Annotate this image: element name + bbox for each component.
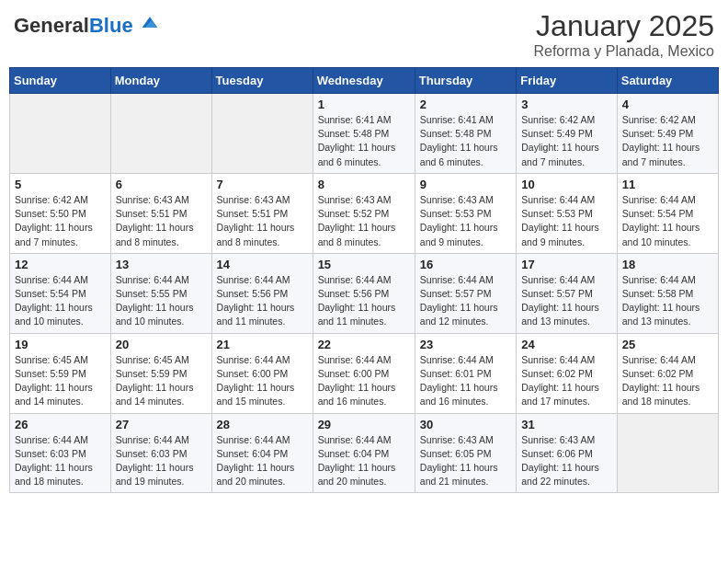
day-number: 30 (420, 418, 511, 431)
day-number: 24 (521, 338, 612, 351)
day-number: 10 (521, 178, 612, 191)
calendar-cell: 26Sunrise: 6:44 AMSunset: 6:03 PMDayligh… (10, 413, 111, 493)
day-info: Sunrise: 6:42 AMSunset: 5:50 PMDaylight:… (15, 193, 106, 249)
day-info: Sunrise: 6:44 AMSunset: 6:04 PMDaylight:… (217, 433, 308, 489)
day-number: 8 (318, 178, 410, 191)
logo-icon (141, 14, 159, 32)
day-info: Sunrise: 6:45 AMSunset: 5:59 PMDaylight:… (15, 353, 106, 409)
day-info: Sunrise: 6:41 AMSunset: 5:48 PMDaylight:… (318, 113, 410, 169)
day-info: Sunrise: 6:42 AMSunset: 5:49 PMDaylight:… (521, 113, 612, 169)
day-info: Sunrise: 6:43 AMSunset: 5:53 PMDaylight:… (420, 193, 511, 249)
day-info: Sunrise: 6:43 AMSunset: 5:51 PMDaylight:… (116, 193, 207, 249)
day-number: 21 (217, 338, 308, 351)
weekday-header-tuesday: Tuesday (211, 68, 313, 94)
weekday-header-thursday: Thursday (415, 68, 516, 94)
calendar-cell: 31Sunrise: 6:43 AMSunset: 6:06 PMDayligh… (517, 413, 618, 493)
day-number: 12 (15, 258, 106, 271)
calendar-cell: 12Sunrise: 6:44 AMSunset: 5:54 PMDayligh… (10, 253, 111, 333)
weekday-header-row: SundayMondayTuesdayWednesdayThursdayFrid… (10, 68, 719, 94)
day-info: Sunrise: 6:43 AMSunset: 6:06 PMDaylight:… (521, 433, 612, 489)
day-number: 1 (318, 98, 410, 111)
calendar-cell: 18Sunrise: 6:44 AMSunset: 5:58 PMDayligh… (617, 253, 718, 333)
day-info: Sunrise: 6:43 AMSunset: 5:52 PMDaylight:… (318, 193, 410, 249)
day-number: 27 (116, 418, 207, 431)
calendar-cell: 2Sunrise: 6:41 AMSunset: 5:48 PMDaylight… (415, 94, 516, 174)
calendar-cell: 16Sunrise: 6:44 AMSunset: 5:57 PMDayligh… (415, 253, 516, 333)
calendar-cell (10, 94, 111, 174)
calendar-week-4: 19Sunrise: 6:45 AMSunset: 5:59 PMDayligh… (10, 333, 719, 413)
page-header: GeneralBlue January 2025 Reforma y Plana… (9, 9, 719, 60)
calendar-week-1: 1Sunrise: 6:41 AMSunset: 5:48 PMDaylight… (10, 94, 719, 174)
weekday-header-monday: Monday (110, 68, 211, 94)
weekday-header-sunday: Sunday (10, 68, 111, 94)
day-number: 6 (116, 178, 207, 191)
calendar-cell: 8Sunrise: 6:43 AMSunset: 5:52 PMDaylight… (313, 173, 415, 253)
day-number: 14 (217, 258, 308, 271)
calendar-cell: 25Sunrise: 6:44 AMSunset: 6:02 PMDayligh… (617, 333, 718, 413)
day-info: Sunrise: 6:45 AMSunset: 5:59 PMDaylight:… (116, 353, 207, 409)
day-number: 20 (116, 338, 207, 351)
day-info: Sunrise: 6:44 AMSunset: 6:00 PMDaylight:… (217, 353, 308, 409)
calendar-cell: 13Sunrise: 6:44 AMSunset: 5:55 PMDayligh… (110, 253, 211, 333)
day-number: 5 (15, 178, 106, 191)
day-number: 4 (622, 98, 713, 111)
day-info: Sunrise: 6:44 AMSunset: 5:57 PMDaylight:… (521, 273, 612, 329)
day-number: 23 (420, 338, 511, 351)
weekday-header-wednesday: Wednesday (313, 68, 415, 94)
calendar-cell: 6Sunrise: 6:43 AMSunset: 5:51 PMDaylight… (110, 173, 211, 253)
calendar-header: SundayMondayTuesdayWednesdayThursdayFrid… (10, 68, 719, 94)
day-number: 29 (318, 418, 410, 431)
day-number: 3 (521, 98, 612, 111)
calendar-week-5: 26Sunrise: 6:44 AMSunset: 6:03 PMDayligh… (10, 413, 719, 493)
day-number: 2 (420, 98, 511, 111)
calendar-cell: 5Sunrise: 6:42 AMSunset: 5:50 PMDaylight… (10, 173, 111, 253)
day-info: Sunrise: 6:43 AMSunset: 5:51 PMDaylight:… (217, 193, 308, 249)
day-info: Sunrise: 6:44 AMSunset: 5:53 PMDaylight:… (521, 193, 612, 249)
calendar-cell: 10Sunrise: 6:44 AMSunset: 5:53 PMDayligh… (517, 173, 618, 253)
day-number: 11 (622, 178, 713, 191)
calendar-body: 1Sunrise: 6:41 AMSunset: 5:48 PMDaylight… (10, 94, 719, 493)
calendar-cell (110, 94, 211, 174)
day-info: Sunrise: 6:44 AMSunset: 6:02 PMDaylight:… (622, 353, 713, 409)
day-info: Sunrise: 6:44 AMSunset: 5:56 PMDaylight:… (318, 273, 410, 329)
day-info: Sunrise: 6:42 AMSunset: 5:49 PMDaylight:… (622, 113, 713, 169)
day-info: Sunrise: 6:44 AMSunset: 5:56 PMDaylight:… (217, 273, 308, 329)
day-number: 25 (622, 338, 713, 351)
calendar-cell: 28Sunrise: 6:44 AMSunset: 6:04 PMDayligh… (211, 413, 313, 493)
day-number: 13 (116, 258, 207, 271)
day-number: 28 (217, 418, 308, 431)
month-title: January 2025 (533, 9, 714, 43)
calendar-cell: 20Sunrise: 6:45 AMSunset: 5:59 PMDayligh… (110, 333, 211, 413)
calendar-cell: 29Sunrise: 6:44 AMSunset: 6:04 PMDayligh… (313, 413, 415, 493)
calendar-cell: 23Sunrise: 6:44 AMSunset: 6:01 PMDayligh… (415, 333, 516, 413)
calendar-cell: 27Sunrise: 6:44 AMSunset: 6:03 PMDayligh… (110, 413, 211, 493)
day-number: 26 (15, 418, 106, 431)
day-number: 18 (622, 258, 713, 271)
logo-blue-text: Blue (89, 14, 133, 37)
calendar-cell: 19Sunrise: 6:45 AMSunset: 5:59 PMDayligh… (10, 333, 111, 413)
calendar-cell: 7Sunrise: 6:43 AMSunset: 5:51 PMDaylight… (211, 173, 313, 253)
day-info: Sunrise: 6:44 AMSunset: 6:04 PMDaylight:… (318, 433, 410, 489)
calendar-cell (211, 94, 313, 174)
logo: GeneralBlue (14, 14, 159, 36)
calendar-cell: 22Sunrise: 6:44 AMSunset: 6:00 PMDayligh… (313, 333, 415, 413)
day-number: 19 (15, 338, 106, 351)
weekday-header-saturday: Saturday (617, 68, 718, 94)
calendar-table: SundayMondayTuesdayWednesdayThursdayFrid… (9, 67, 719, 493)
day-number: 17 (521, 258, 612, 271)
calendar-cell: 14Sunrise: 6:44 AMSunset: 5:56 PMDayligh… (211, 253, 313, 333)
calendar-week-3: 12Sunrise: 6:44 AMSunset: 5:54 PMDayligh… (10, 253, 719, 333)
day-number: 7 (217, 178, 308, 191)
day-info: Sunrise: 6:44 AMSunset: 5:57 PMDaylight:… (420, 273, 511, 329)
day-info: Sunrise: 6:44 AMSunset: 5:58 PMDaylight:… (622, 273, 713, 329)
day-info: Sunrise: 6:44 AMSunset: 6:01 PMDaylight:… (420, 353, 511, 409)
calendar-cell: 3Sunrise: 6:42 AMSunset: 5:49 PMDaylight… (517, 94, 618, 174)
day-info: Sunrise: 6:44 AMSunset: 6:03 PMDaylight:… (15, 433, 106, 489)
day-number: 22 (318, 338, 410, 351)
weekday-header-friday: Friday (517, 68, 618, 94)
calendar-cell: 17Sunrise: 6:44 AMSunset: 5:57 PMDayligh… (517, 253, 618, 333)
calendar-cell (617, 413, 718, 493)
day-info: Sunrise: 6:44 AMSunset: 6:03 PMDaylight:… (116, 433, 207, 489)
calendar-cell: 15Sunrise: 6:44 AMSunset: 5:56 PMDayligh… (313, 253, 415, 333)
day-info: Sunrise: 6:44 AMSunset: 6:02 PMDaylight:… (521, 353, 612, 409)
